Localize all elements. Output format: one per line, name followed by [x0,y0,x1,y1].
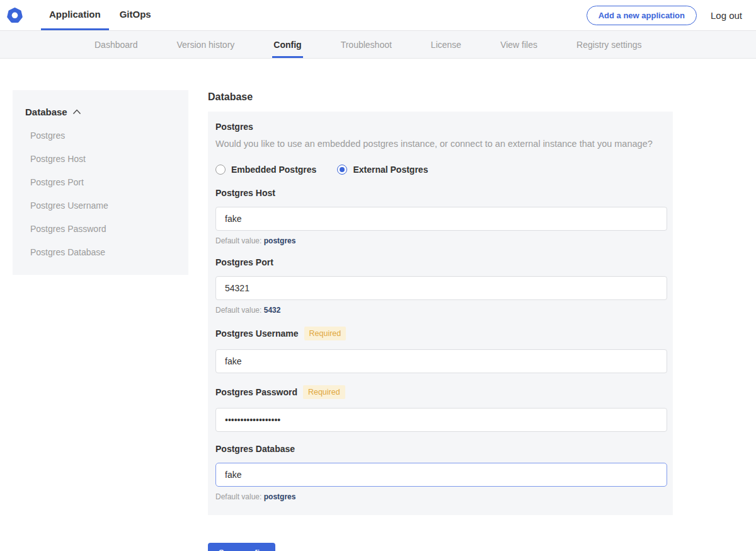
default-value-note: Default value: 5432 [215,306,666,315]
sidebar-group-title: Database [25,107,67,117]
required-badge: Required [304,327,346,340]
subnav-tab-view-files[interactable]: View files [499,31,539,58]
radio-label: Embedded Postgres [231,165,316,175]
radio-unselected-icon [215,165,226,175]
config-main: Database Postgres Would you like to use … [208,90,673,551]
radio-selected-icon [337,165,347,175]
default-value-text: postgres [264,236,296,245]
subnav-tab-registry-settings[interactable]: Registry settings [575,31,643,58]
field-label: Postgres Database [215,444,666,454]
subnav-tab-config[interactable]: Config [272,31,302,58]
logout-link[interactable]: Log out [711,10,742,21]
default-value-text: postgres [264,492,296,501]
config-page: Database Postgres Postgres Host Postgres… [0,59,756,551]
field-postgres-host: Postgres Host Default value: postgres [215,188,666,245]
sidebar-item-list: Postgres Postgres Host Postgres Port Pos… [25,130,178,257]
subnav-tab-label: Version history [177,40,235,50]
subnav-tab-dashboard[interactable]: Dashboard [93,31,139,58]
field-label-text: Postgres Username [215,328,299,339]
field-postgres-database: Postgres Database Default value: postgre… [215,444,666,501]
header-actions: Add a new application Log out [587,0,756,30]
tab-gitops[interactable]: GitOps [112,0,159,30]
subnav-tab-label: Dashboard [94,40,138,50]
sidebar-item-postgres-username[interactable]: Postgres Username [25,200,178,211]
field-label-text: Postgres Host [215,188,275,198]
postgres-port-input[interactable] [215,276,667,300]
app-subnav: Dashboard Version history Config Trouble… [0,31,756,59]
sidebar-item-postgres-host[interactable]: Postgres Host [25,154,178,164]
default-value-prefix: Default value: [215,306,261,315]
sidebar-item-postgres[interactable]: Postgres [25,130,178,141]
primary-tabs: Application GitOps [41,0,162,30]
page-title: Database [208,91,673,103]
database-config-panel: Postgres Would you like to use an embedd… [208,112,673,515]
subnav-tab-troubleshoot[interactable]: Troubleshoot [340,31,393,58]
default-value-prefix: Default value: [215,492,261,501]
sidebar-item-postgres-port[interactable]: Postgres Port [25,177,178,187]
default-value-note: Default value: postgres [215,492,666,501]
subnav-tab-label: License [431,40,461,50]
default-value-text: 5432 [264,306,281,315]
field-label: Postgres Port [215,257,666,267]
field-label: Postgres Username Required [215,327,666,340]
field-postgres-username: Postgres Username Required [215,327,666,373]
field-label: Postgres Host [215,188,666,198]
sidebar-group-database[interactable]: Database [25,107,178,117]
subnav-tab-version-history[interactable]: Version history [176,31,236,58]
save-config-button[interactable]: Save config [208,543,275,551]
default-value-note: Default value: postgres [215,236,666,245]
group-heading: Postgres [215,122,666,132]
add-application-button[interactable]: Add a new application [587,6,697,25]
postgres-database-input[interactable] [215,463,667,487]
field-label-text: Postgres Password [215,387,297,397]
radio-embedded-postgres[interactable]: Embedded Postgres [215,165,316,175]
postgres-host-input[interactable] [215,207,667,231]
app-header: Application GitOps Add a new application… [0,0,756,31]
subnav-tab-label: Registry settings [576,40,641,50]
postgres-username-input[interactable] [215,349,667,373]
field-label-text: Postgres Database [215,444,295,454]
radio-external-postgres[interactable]: External Postgres [337,165,428,175]
chevron-up-icon [72,109,81,115]
sidebar-item-postgres-password[interactable]: Postgres Password [25,224,178,234]
field-postgres-password: Postgres Password Required [215,385,666,432]
field-label: Postgres Password Required [215,385,666,399]
postgres-mode-radio-group: Embedded Postgres External Postgres [215,165,666,175]
tab-application-label: Application [49,9,101,20]
field-postgres-port: Postgres Port Default value: 5432 [215,257,666,315]
tab-application[interactable]: Application [41,0,109,30]
default-value-prefix: Default value: [215,236,261,245]
sidebar-item-postgres-database[interactable]: Postgres Database [25,247,178,257]
field-label-text: Postgres Port [215,257,273,267]
subnav-tab-label: Troubleshoot [341,40,392,50]
group-help-text: Would you like to use an embedded postgr… [215,139,666,149]
postgres-password-input[interactable] [215,408,667,432]
tab-gitops-label: GitOps [120,9,151,20]
config-sidebar: Database Postgres Postgres Host Postgres… [13,90,188,275]
subnav-tab-label: Config [273,40,301,50]
radio-label: External Postgres [353,165,428,175]
app-logo-icon [6,7,23,24]
subnav-tab-label: View files [500,40,537,50]
required-badge: Required [303,385,345,399]
subnav-tab-license[interactable]: License [430,31,462,58]
